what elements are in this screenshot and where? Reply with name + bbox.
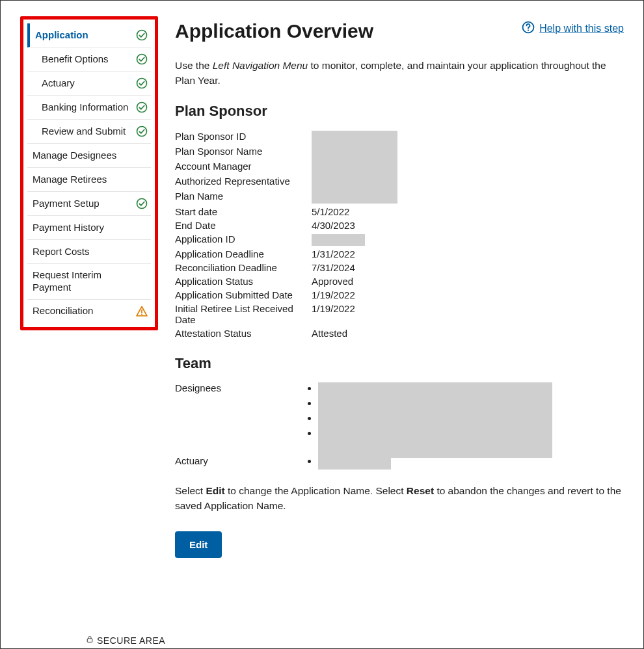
field-label-plan-sponsor-id: Plan Sponsor ID [175, 130, 312, 144]
check-circle-icon [135, 197, 148, 210]
designees-list [305, 382, 624, 438]
field-label-authorized-rep: Authorized Representative [175, 175, 312, 189]
team-designees-row: Designees [175, 382, 624, 442]
list-item [318, 427, 624, 438]
redacted-block [312, 131, 397, 204]
page-title: Application Overview [175, 20, 373, 42]
field-label-application-status: Application Status [175, 275, 312, 287]
actuary-label: Actuary [175, 455, 305, 466]
svg-point-0 [137, 31, 147, 40]
sidebar-highlight-box: Application Benefit Options Actuary [20, 16, 158, 330]
main-content: Application Overview Help with this step… [175, 16, 624, 558]
field-label-reconciliation-deadline: Reconciliation Deadline [175, 261, 312, 274]
intro-text: Use the Left Navigation Menu to monitor,… [175, 58, 624, 88]
nav-label: Application [35, 29, 130, 42]
field-value-application-deadline: 1/31/2022 [312, 248, 624, 260]
field-label-application-deadline: Application Deadline [175, 248, 312, 260]
field-label-attestation-status: Attestation Status [175, 327, 312, 339]
edit-button[interactable]: Edit [175, 531, 222, 558]
plan-sponsor-heading: Plan Sponsor [175, 103, 624, 120]
lock-icon [85, 635, 94, 646]
team-heading: Team [175, 355, 624, 372]
secure-area-indicator: SECURE AREA [85, 635, 165, 646]
nav-item-actuary[interactable]: Actuary [27, 72, 151, 96]
actuary-list [305, 455, 624, 466]
field-value-attestation-status: Attested [312, 327, 624, 339]
field-label-start-date: Start date [175, 205, 312, 218]
nav-label: Actuary [42, 77, 130, 90]
field-value-reconciliation-deadline: 7/31/2024 [312, 261, 624, 274]
nav-label: Payment History [33, 222, 130, 234]
help-circle-icon [521, 20, 535, 37]
secure-area-label: SECURE AREA [97, 635, 165, 646]
svg-point-7 [141, 313, 142, 315]
svg-rect-10 [87, 639, 92, 642]
svg-point-5 [137, 199, 147, 209]
edit-instructions: Select Edit to change the Application Na… [175, 483, 624, 514]
nav-item-reconciliation[interactable]: Reconciliation [27, 300, 151, 323]
nav-label: Banking Information [42, 101, 130, 114]
check-circle-icon [135, 29, 148, 42]
nav-item-manage-retirees[interactable]: Manage Retirees [27, 168, 151, 192]
svg-point-2 [137, 79, 147, 88]
check-circle-icon [135, 53, 148, 66]
field-value-application-status: Approved [312, 275, 624, 287]
help-link-label: Help with this step [539, 23, 624, 34]
nav-label: Report Costs [33, 246, 130, 258]
help-with-this-step-link[interactable]: Help with this step [521, 20, 624, 37]
svg-point-3 [137, 103, 147, 113]
list-item [318, 455, 624, 466]
svg-point-1 [137, 55, 147, 64]
check-circle-icon [135, 125, 148, 138]
nav-item-application[interactable]: Application [27, 23, 151, 47]
check-circle-icon [135, 77, 148, 90]
nav-item-payment-setup[interactable]: Payment Setup [27, 192, 151, 216]
nav-label: Reconciliation [33, 305, 130, 317]
field-value-application-id [312, 233, 624, 246]
nav-label: Request Interim Payment [33, 269, 130, 294]
field-value-start-date: 5/1/2022 [312, 205, 624, 218]
nav-label: Manage Designees [33, 150, 130, 162]
nav-label: Review and Submit [42, 126, 130, 138]
field-label-initial-retiree-list-date: Initial Retiree List Received Date [175, 302, 312, 326]
field-label-account-manager: Account Manager [175, 160, 312, 174]
nav-item-review-submit[interactable]: Review and Submit [27, 120, 151, 144]
nav-item-benefit-options[interactable]: Benefit Options [27, 47, 151, 72]
field-label-application-submitted-date: Application Submitted Date [175, 289, 312, 301]
warning-triangle-icon [135, 305, 148, 318]
team-actuary-row: Actuary [175, 455, 624, 470]
field-label-end-date: End Date [175, 219, 312, 232]
svg-point-4 [137, 127, 147, 137]
left-nav: Application Benefit Options Actuary [27, 23, 151, 323]
field-value-end-date: 4/30/2023 [312, 219, 624, 232]
field-value-plan-sponsor-id [312, 130, 624, 204]
check-circle-icon [135, 101, 148, 114]
designees-label: Designees [175, 382, 305, 393]
list-item [318, 382, 624, 393]
list-item [318, 397, 624, 408]
nav-item-manage-designees[interactable]: Manage Designees [27, 144, 151, 168]
nav-item-banking-information[interactable]: Banking Information [27, 96, 151, 120]
nav-label: Benefit Options [42, 53, 130, 66]
plan-sponsor-fields: Plan Sponsor ID Plan Sponsor Name Accoun… [175, 130, 624, 339]
nav-item-report-costs[interactable]: Report Costs [27, 240, 151, 264]
svg-point-9 [528, 29, 529, 31]
field-label-application-id: Application ID [175, 233, 312, 246]
field-label-plan-name: Plan Name [175, 190, 312, 204]
field-value-initial-retiree-list-date: 1/19/2022 [312, 302, 624, 326]
list-item [318, 412, 624, 423]
field-value-application-submitted-date: 1/19/2022 [312, 289, 624, 301]
nav-label: Payment Setup [33, 198, 130, 210]
redacted-value [312, 234, 365, 246]
nav-item-payment-history[interactable]: Payment History [27, 216, 151, 240]
nav-label: Manage Retirees [33, 174, 130, 186]
field-label-plan-sponsor-name: Plan Sponsor Name [175, 145, 312, 159]
nav-item-request-interim-payment[interactable]: Request Interim Payment [27, 264, 151, 300]
